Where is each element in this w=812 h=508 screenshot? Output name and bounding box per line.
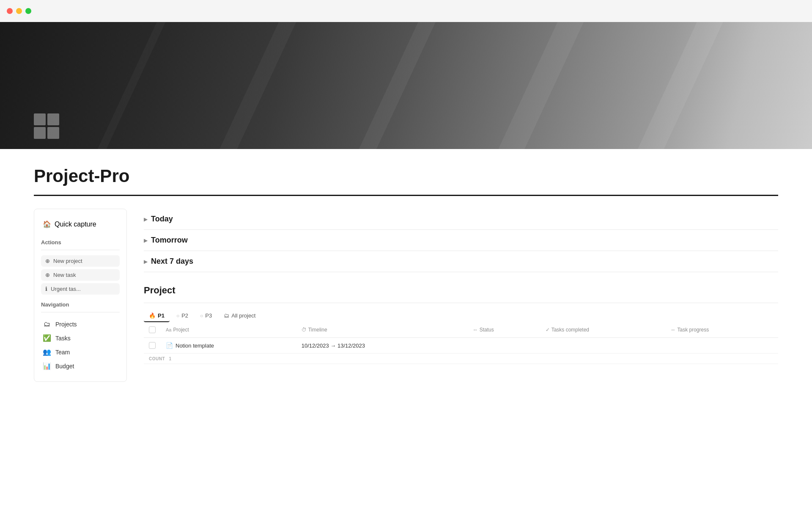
logo-square-2 (47, 113, 59, 125)
table-row: 📄 Notion template 10/12/2023 → 13/12/202… (144, 338, 778, 353)
tab-p3[interactable]: ○ P3 (195, 310, 217, 322)
sidebar-item-tasks[interactable]: ✅ Tasks (41, 331, 120, 345)
section-next7days[interactable]: ▶ Next 7 days (144, 251, 778, 272)
close-button[interactable] (7, 8, 13, 14)
table-header-row: Aa Project ⏱ Timeline (144, 322, 778, 338)
sidebar-item-team[interactable]: 👥 Team (41, 345, 120, 359)
page-content: Project-Pro 🏠 Quick capture Actions ⊕ Ne… (0, 149, 812, 399)
logo-square-3 (34, 127, 46, 139)
tab-p1-icon: 🔥 (149, 312, 156, 319)
row1-project-cell: 📄 Notion template (161, 338, 296, 353)
tomorrow-arrow-icon: ▶ (144, 237, 148, 243)
urgent-tasks-label: Urgent tas... (51, 286, 81, 292)
new-project-icon: ⊕ (45, 258, 50, 264)
row1-page-icon: 📄 (166, 342, 173, 349)
tab-all-icon: 🗂 (224, 312, 229, 319)
section-tomorrow[interactable]: ▶ Tomorrow (144, 230, 778, 251)
maximize-button[interactable] (25, 8, 31, 14)
row1-task-progress-cell (666, 338, 778, 353)
main-area: ▶ Today ▶ Tomorrow ▶ Next 7 days Project (144, 209, 778, 364)
logo-square-4 (47, 127, 59, 139)
sidebar-item-projects[interactable]: 🗂 Projects (41, 318, 120, 331)
row1-project-name: Notion template (176, 342, 214, 349)
row1-timeline-cell: 10/12/2023 → 13/12/2023 (296, 338, 468, 353)
nav-section-title: Navigation (41, 301, 120, 308)
new-project-label: New project (53, 258, 82, 264)
tab-p1-label: P1 (158, 312, 165, 319)
th-timeline: ⏱ Timeline (296, 322, 468, 338)
new-task-button[interactable]: ⊕ New task (41, 269, 120, 281)
tab-p1[interactable]: 🔥 P1 (144, 310, 170, 322)
section-today[interactable]: ▶ Today (144, 209, 778, 230)
urgent-tasks-icon: ℹ (45, 286, 47, 292)
hero-banner (0, 22, 812, 149)
next7days-arrow-icon: ▶ (144, 259, 148, 265)
new-task-label: New task (53, 272, 76, 278)
project-table: Aa Project ⏱ Timeline (144, 322, 778, 364)
minimize-button[interactable] (16, 8, 22, 14)
next7days-label: Next 7 days (151, 257, 193, 266)
quick-capture-label: Quick capture (55, 221, 96, 228)
new-project-button[interactable]: ⊕ New project (41, 255, 120, 267)
row1-status-cell (468, 338, 540, 353)
team-label: Team (55, 349, 70, 356)
tomorrow-label: Tomorrow (151, 236, 188, 245)
team-icon: 👥 (43, 348, 51, 356)
tab-p3-label: P3 (205, 312, 212, 319)
th-task-progress: ↔ Task progress (666, 322, 778, 338)
timeline-col-icon: ⏱ (302, 327, 307, 333)
new-task-icon: ⊕ (45, 272, 50, 278)
tasks-label: Tasks (55, 335, 71, 342)
budget-icon: 📊 (43, 362, 51, 370)
tabs-row: 🔥 P1 ○ P2 ○ P3 🗂 All project (144, 310, 778, 322)
actions-divider (41, 250, 120, 250)
tab-p3-icon: ○ (200, 313, 203, 319)
tab-all-project[interactable]: 🗂 All project (219, 310, 261, 322)
home-icon: 🏠 (43, 220, 51, 228)
sidebar-item-budget[interactable]: 📊 Budget (41, 359, 120, 373)
today-label: Today (151, 215, 173, 224)
th-status: ↔ Status (468, 322, 540, 338)
th-project: Aa Project (161, 322, 296, 338)
tab-p2-label: P2 (181, 312, 188, 319)
tab-p2-icon: ○ (176, 313, 179, 319)
nav-divider (41, 312, 120, 312)
task-progress-col-icon: ↔ (671, 327, 676, 333)
row1-tasks-completed-cell (540, 338, 666, 353)
project-col-icon: Aa (166, 327, 171, 332)
banner-logo (34, 113, 59, 139)
page-divider (34, 195, 778, 196)
status-col-icon: ↔ (473, 327, 478, 333)
sidebar-quick-capture[interactable]: 🏠 Quick capture (41, 218, 120, 231)
today-arrow-icon: ▶ (144, 216, 148, 222)
project-divider (144, 303, 778, 303)
urgent-tasks-button[interactable]: ℹ Urgent tas... (41, 283, 120, 295)
main-layout: 🏠 Quick capture Actions ⊕ New project ⊕ … (34, 209, 778, 382)
count-cell: COUNT 1 (144, 353, 778, 364)
row1-checkbox[interactable] (149, 342, 156, 349)
projects-label: Projects (55, 321, 77, 328)
logo-square-1 (34, 113, 46, 125)
count-row: COUNT 1 (144, 353, 778, 364)
count-label: COUNT (149, 356, 165, 361)
row1-checkbox-cell[interactable] (144, 338, 161, 353)
count-value: 1 (169, 356, 171, 361)
tab-all-label: All project (231, 312, 255, 319)
page-title: Project-Pro (34, 166, 778, 186)
sidebar: 🏠 Quick capture Actions ⊕ New project ⊕ … (34, 209, 127, 382)
tab-p2[interactable]: ○ P2 (171, 310, 193, 322)
project-section: Project 🔥 P1 ○ P2 ○ P3 (144, 285, 778, 364)
budget-label: Budget (55, 363, 74, 370)
title-bar (0, 0, 812, 22)
th-tasks-completed: ✓ Tasks completed (540, 322, 666, 338)
actions-section-title: Actions (41, 239, 120, 246)
project-heading: Project (144, 285, 778, 296)
tasks-icon: ✅ (43, 334, 51, 342)
th-checkbox (144, 322, 161, 338)
tasks-completed-col-icon: ✓ (546, 327, 550, 333)
projects-icon: 🗂 (43, 320, 51, 328)
